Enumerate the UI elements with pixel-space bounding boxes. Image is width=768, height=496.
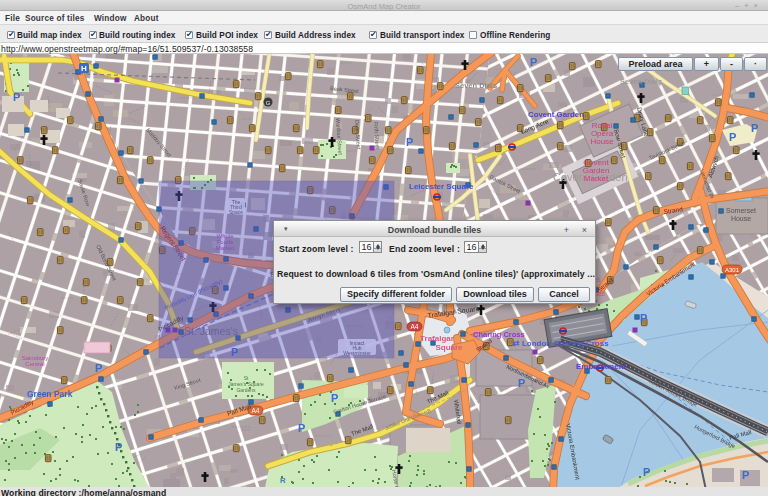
svg-text:A4: A4 (411, 323, 419, 330)
svg-text:Seven Dials: Seven Dials (455, 81, 497, 90)
svg-text:P: P (751, 122, 758, 134)
svg-text:Central: Central (25, 361, 44, 367)
svg-text:P: P (518, 377, 525, 389)
svg-text:P: P (331, 392, 338, 404)
svg-text:P: P (406, 136, 413, 148)
svg-text:P: P (13, 91, 20, 103)
svg-text:Green Park: Green Park (27, 389, 73, 399)
svg-text:Trafalgar: Trafalgar (420, 334, 454, 343)
svg-text:Seven Dials: Seven Dials (620, 77, 662, 86)
svg-text:Somerset: Somerset (726, 207, 756, 214)
svg-text:H: H (81, 64, 87, 73)
svg-text:P: P (298, 422, 305, 434)
svg-text:House: House (590, 137, 614, 146)
svg-text:P: P (640, 312, 647, 324)
svg-text:P: P (530, 56, 537, 68)
svg-text:Covent Garden: Covent Garden (528, 110, 584, 119)
svg-text:P: P (729, 131, 736, 143)
svg-text:Charing Cross: Charing Cross (473, 330, 525, 339)
svg-text:A4: A4 (252, 407, 260, 414)
svg-text:P: P (115, 441, 122, 453)
svg-text:Square: Square (435, 343, 463, 352)
svg-text:Market: Market (584, 174, 609, 183)
svg-text:R: R (280, 476, 286, 485)
svg-text:Gardens: Gardens (236, 387, 256, 393)
svg-text:Leicester Square: Leicester Square (409, 182, 474, 191)
svg-text:P: P (643, 466, 650, 478)
svg-text:Embankment: Embankment (576, 362, 627, 371)
svg-text:⇄ London Charing Cross: ⇄ London Charing Cross (513, 339, 609, 348)
svg-text:P: P (742, 469, 749, 481)
svg-text:P: P (95, 362, 102, 374)
svg-text:G: G (266, 100, 271, 106)
svg-text:A301: A301 (725, 267, 740, 273)
svg-text:House: House (731, 215, 751, 222)
